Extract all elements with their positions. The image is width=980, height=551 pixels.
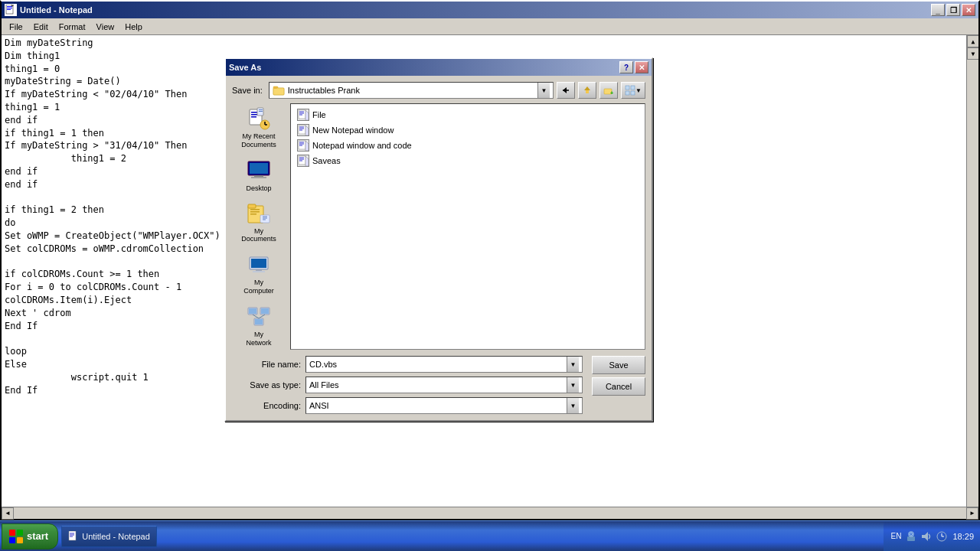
taskbar-tray: EN 18:29 xyxy=(884,521,980,551)
encoding-value: ANSI xyxy=(309,401,329,410)
svg-rect-13 xyxy=(586,90,589,93)
svg-marker-76 xyxy=(305,156,309,166)
svg-rect-85 xyxy=(907,536,915,541)
saveas-main-area: My RecentDocuments Desktop xyxy=(232,103,645,350)
cancel-button[interactable]: Cancel xyxy=(592,377,645,396)
sidebar-my-computer-label: MyComputer xyxy=(243,279,274,295)
clock-tray-icon xyxy=(936,530,948,543)
taskbar-notepad-icon xyxy=(68,531,79,542)
saveas-titlebar: Save As ? ✕ xyxy=(226,59,652,76)
svg-text:+: + xyxy=(610,90,613,96)
savetype-field[interactable]: All Files ▼ xyxy=(305,377,583,393)
saveas-dialog: Save As ? ✕ Save in: xyxy=(224,57,653,422)
savetype-row: Save as type: All Files ▼ xyxy=(232,377,583,393)
savein-dropdown-arrow[interactable]: ▼ xyxy=(537,83,550,98)
savein-dropdown[interactable]: Instructables Prank ▼ xyxy=(269,82,554,99)
saveas-filelist[interactable]: File New Notepad window Notepad window a… xyxy=(290,103,645,350)
saveas-sidebar: My RecentDocuments Desktop xyxy=(232,103,286,350)
sidebar-recent-docs[interactable]: My RecentDocuments xyxy=(232,103,286,152)
svg-point-86 xyxy=(909,532,913,536)
svg-marker-61 xyxy=(305,110,309,120)
filename-label: File name: xyxy=(232,360,301,369)
svg-rect-52 xyxy=(261,308,269,314)
sidebar-desktop[interactable]: Desktop xyxy=(232,155,286,195)
up-folder-button[interactable] xyxy=(578,82,596,99)
saveas-bottom-area: File name: CD.vbs ▼ Save as type: All Fi… xyxy=(232,356,645,414)
file-name-3: Saveas xyxy=(312,156,341,165)
desktop-icon xyxy=(247,158,271,183)
svg-marker-71 xyxy=(305,141,309,151)
file-name-0: File xyxy=(312,110,326,119)
taskbar-programs: Untitled - Notepad xyxy=(58,526,884,547)
svg-rect-54 xyxy=(255,319,263,324)
svg-marker-66 xyxy=(305,126,309,135)
savetype-value: All Files xyxy=(309,380,339,390)
windows-logo xyxy=(8,529,24,544)
file-item-3[interactable]: Saveas xyxy=(294,153,642,168)
svg-rect-79 xyxy=(9,537,15,543)
svg-rect-46 xyxy=(256,269,262,271)
svg-rect-34 xyxy=(250,163,268,174)
svg-rect-78 xyxy=(17,530,23,536)
saveas-help-button[interactable]: ? xyxy=(619,61,633,73)
encoding-dropdown-arrow[interactable]: ▼ xyxy=(567,398,579,413)
svg-rect-38 xyxy=(250,211,260,213)
file-item-0[interactable]: File xyxy=(294,107,642,122)
saveas-buttons: Save Cancel xyxy=(592,356,645,414)
svg-rect-9 xyxy=(273,86,277,89)
svg-rect-23 xyxy=(251,116,256,118)
sidebar-desktop-label: Desktop xyxy=(246,184,271,192)
svg-rect-48 xyxy=(251,259,266,268)
save-button[interactable]: Save xyxy=(592,356,645,374)
saveas-title-text: Save As xyxy=(229,63,261,72)
svg-rect-36 xyxy=(248,204,256,208)
start-label: start xyxy=(27,530,48,542)
encoding-row: Encoding: ANSI ▼ xyxy=(232,397,583,414)
svg-point-87 xyxy=(910,533,913,535)
svg-rect-47 xyxy=(253,271,265,272)
volume-tray-icon xyxy=(920,530,933,543)
sidebar-my-network-label: MyNetwork xyxy=(246,331,271,347)
svg-rect-25 xyxy=(259,109,263,110)
svg-marker-88 xyxy=(922,532,928,541)
view-options-button[interactable]: ▼ xyxy=(621,82,645,99)
encoding-field[interactable]: ANSI ▼ xyxy=(305,397,583,414)
sidebar-recent-docs-label: My RecentDocuments xyxy=(241,132,276,149)
svg-line-55 xyxy=(253,315,259,318)
back-button[interactable] xyxy=(557,82,575,99)
file-icon-3 xyxy=(297,155,309,167)
savetype-label: Save as type: xyxy=(232,380,301,390)
svg-rect-39 xyxy=(250,214,256,215)
folder-icon xyxy=(273,84,285,96)
filename-dropdown-arrow[interactable]: ▼ xyxy=(567,357,579,372)
svg-rect-19 xyxy=(631,91,635,95)
taskbar-notepad-item[interactable]: Untitled - Notepad xyxy=(61,526,157,547)
svg-rect-18 xyxy=(626,91,629,95)
saveas-fields: File name: CD.vbs ▼ Save as type: All Fi… xyxy=(232,356,583,414)
my-documents-icon xyxy=(247,201,271,226)
svg-rect-80 xyxy=(17,537,23,543)
svg-rect-8 xyxy=(273,88,284,95)
svg-rect-26 xyxy=(259,111,263,112)
network-tray-icon xyxy=(905,530,917,543)
start-button[interactable]: start xyxy=(2,523,58,549)
saveas-close-button[interactable]: ✕ xyxy=(635,61,648,73)
sidebar-my-documents[interactable]: MyDocuments xyxy=(232,198,286,247)
file-item-2[interactable]: Notepad window and code xyxy=(294,138,642,153)
saveas-body: Save in: Instructables Prank ▼ xyxy=(226,76,652,420)
taskbar-notepad-label: Untitled - Notepad xyxy=(82,532,150,541)
file-item-1[interactable]: New Notepad window xyxy=(294,122,642,138)
my-computer-icon xyxy=(247,253,271,277)
sidebar-my-network[interactable]: MyNetwork xyxy=(232,302,286,350)
new-folder-button[interactable]: + xyxy=(599,82,618,99)
encoding-label: Encoding: xyxy=(232,401,301,410)
file-icon-0 xyxy=(297,109,309,121)
saveas-toolbar-row: Save in: Instructables Prank ▼ xyxy=(232,82,645,99)
file-name-1: New Notepad window xyxy=(312,126,394,135)
savetype-dropdown-arrow[interactable]: ▼ xyxy=(567,377,579,393)
taskbar-time: 18:29 xyxy=(952,532,974,541)
sidebar-my-computer[interactable]: MyComputer xyxy=(232,249,286,298)
filename-field[interactable]: CD.vbs ▼ xyxy=(305,356,583,373)
sidebar-my-documents-label: MyDocuments xyxy=(241,227,276,244)
dialog-overlay: Save As ? ✕ Save in: xyxy=(0,0,980,520)
